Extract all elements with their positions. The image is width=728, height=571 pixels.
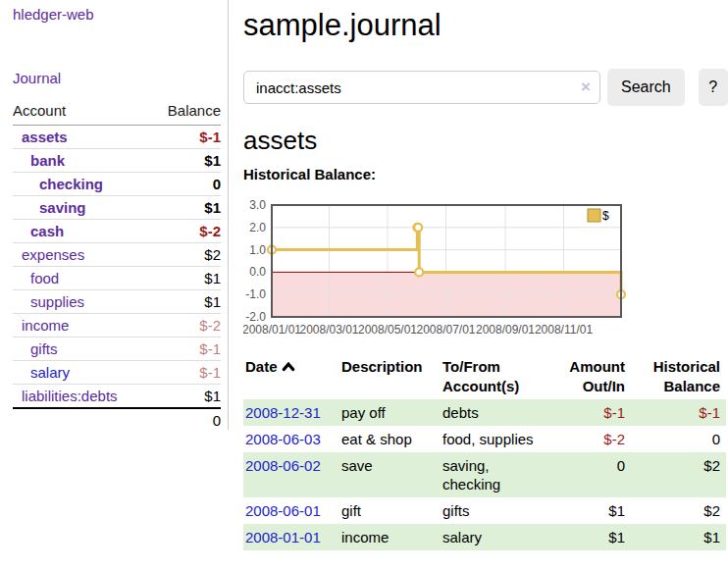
- register-description: save: [339, 452, 441, 497]
- register-header-balance: Historical Balance: [631, 355, 726, 399]
- account-row: liabilities:debts$1: [13, 385, 221, 409]
- register-date-link[interactable]: 2008-06-03: [245, 431, 321, 447]
- register-row[interactable]: 2008-06-03eat & shopfood, supplies$-20: [243, 426, 726, 452]
- register-accounts: salary: [441, 524, 548, 550]
- account-row: cash$-2: [13, 220, 221, 243]
- account-row: gifts$-1: [13, 337, 221, 361]
- register-description: eat & shop: [339, 426, 441, 452]
- account-row: income$-2: [13, 314, 221, 337]
- account-balance: $1: [151, 149, 222, 173]
- account-row: bank$1: [13, 149, 221, 173]
- register-date-link[interactable]: 2008-06-02: [245, 457, 321, 474]
- balance-chart-svg: $3.02.01.00.0-1.0-2.02008/01/012008/03/0…: [243, 196, 728, 338]
- register-balance: $1: [631, 524, 726, 550]
- x-tick-label: 2008/03/01: [299, 323, 358, 337]
- register-table: Date Description To/From Account(s) Amou…: [243, 355, 726, 550]
- account-balance: $-1: [151, 337, 222, 361]
- register-header-date[interactable]: Date: [243, 355, 339, 399]
- clear-search-icon[interactable]: ×: [581, 78, 591, 97]
- y-tick-label: 3.0: [249, 198, 266, 212]
- sidebar-account-liabilities-debts[interactable]: liabilities:debts: [22, 388, 118, 404]
- account-balance: $2: [151, 243, 222, 267]
- register-date-link[interactable]: 2008-12-31: [245, 404, 321, 421]
- main-content: sample.journal × Search ? assets Histori…: [229, 0, 728, 571]
- register-accounts: food, supplies: [441, 426, 548, 452]
- sidebar: hledger-web Journal Account Balance asse…: [0, 0, 229, 430]
- search-row: × Search ?: [243, 69, 728, 106]
- accounts-total-spacer: [13, 408, 151, 432]
- data-point-marker[interactable]: [415, 268, 423, 276]
- sidebar-account-salary[interactable]: salary: [30, 364, 70, 381]
- register-balance: $2: [631, 497, 726, 524]
- account-row: saving$1: [13, 196, 221, 220]
- sidebar-account-assets[interactable]: assets: [22, 129, 68, 145]
- accounts-table: Account Balance assets$-1bank$1checking0…: [13, 100, 221, 432]
- register-accounts: saving, checking: [441, 452, 548, 497]
- legend-swatch: [588, 209, 600, 222]
- sidebar-account-cash[interactable]: cash: [30, 223, 64, 239]
- register-row[interactable]: 2008-06-01giftgifts$1$2: [243, 497, 726, 524]
- register-header-date-label: Date: [245, 358, 278, 375]
- x-tick-label: 2008/07/01: [416, 323, 475, 337]
- app-title-link[interactable]: hledger-web: [13, 6, 221, 23]
- help-button[interactable]: ?: [699, 69, 728, 106]
- sidebar-account-food[interactable]: food: [30, 270, 59, 286]
- balance-chart: $3.02.01.00.0-1.0-2.02008/01/012008/03/0…: [243, 196, 728, 338]
- account-heading: assets: [243, 126, 728, 155]
- register-amount: $1: [548, 524, 631, 550]
- account-row: checking0: [13, 173, 221, 196]
- y-tick-label: 2.0: [249, 221, 266, 234]
- sidebar-account-supplies[interactable]: supplies: [30, 293, 84, 310]
- data-point-marker[interactable]: [414, 224, 422, 232]
- sidebar-account-bank[interactable]: bank: [30, 152, 65, 169]
- register-date-link[interactable]: 2008-01-01: [245, 529, 321, 545]
- register-amount: $1: [548, 497, 631, 524]
- register-balance: 0: [631, 426, 726, 452]
- register-header-row: Date Description To/From Account(s) Amou…: [243, 355, 726, 399]
- account-balance: $-1: [151, 126, 222, 149]
- sidebar-account-income[interactable]: income: [22, 317, 69, 334]
- register-row[interactable]: 2008-12-31pay offdebts$-1$-1: [243, 399, 726, 426]
- x-tick-label: 2008/11/01: [535, 323, 593, 337]
- register-balance: $2: [631, 452, 726, 497]
- account-balance: $1: [151, 267, 222, 290]
- account-balance: $1: [151, 290, 222, 314]
- accounts-total-row: 0: [13, 408, 221, 432]
- sidebar-account-saving[interactable]: saving: [39, 199, 86, 216]
- sidebar-account-expenses[interactable]: expenses: [22, 246, 84, 263]
- search-box: ×: [243, 71, 600, 104]
- account-row: supplies$1: [13, 290, 221, 314]
- register-header-description: Description: [339, 355, 441, 399]
- register-row[interactable]: 2008-01-01incomesalary$1$1: [243, 524, 726, 550]
- register-date-link[interactable]: 2008-06-01: [245, 502, 321, 519]
- account-balance: $-1: [151, 361, 222, 385]
- y-tick-label: 0.0: [249, 265, 266, 279]
- register-amount: 0: [548, 452, 631, 497]
- account-balance: $1: [151, 385, 222, 409]
- register-balance: $-1: [631, 399, 726, 426]
- register-description: income: [339, 524, 441, 550]
- account-row: salary$-1: [13, 361, 221, 385]
- register-row[interactable]: 2008-06-02savesaving, checking0$2: [243, 452, 726, 497]
- y-tick-label: 1.0: [249, 243, 266, 257]
- account-balance: $1: [151, 196, 222, 220]
- y-tick-label: -2.0: [245, 310, 266, 324]
- account-balance: 0: [151, 173, 222, 196]
- register-accounts: gifts: [441, 497, 548, 524]
- sidebar-account-gifts[interactable]: gifts: [30, 340, 58, 357]
- register-header-amount: Amount Out/In: [548, 355, 631, 399]
- sidebar-account-checking[interactable]: checking: [39, 176, 103, 192]
- register-description: gift: [339, 497, 441, 524]
- register-amount: $-1: [548, 399, 631, 426]
- page-title: sample.journal: [243, 8, 728, 43]
- register-description: pay off: [339, 399, 441, 426]
- search-button[interactable]: Search: [607, 69, 685, 106]
- sort-asc-icon: [282, 361, 295, 372]
- account-row: food$1: [13, 267, 221, 290]
- y-tick-label: -1.0: [245, 287, 266, 301]
- search-input[interactable]: [243, 71, 600, 104]
- nav-journal-link[interactable]: Journal: [13, 70, 221, 86]
- x-tick-label: 2008/01/01: [243, 323, 301, 337]
- register-header-accounts: To/From Account(s): [441, 355, 548, 399]
- accounts-header-account: Account: [13, 100, 151, 126]
